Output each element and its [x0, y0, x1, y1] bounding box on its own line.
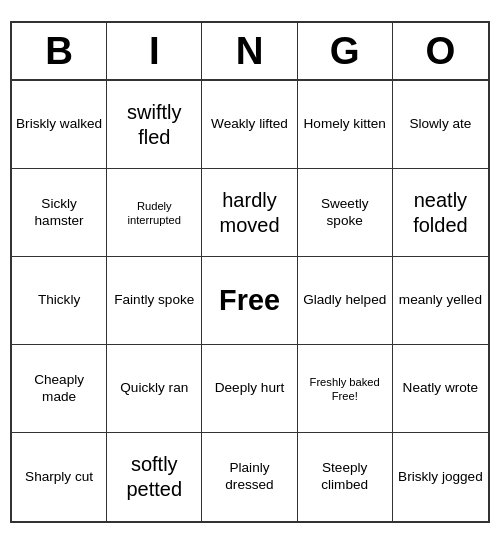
bingo-cell-6: Rudely interrupted — [107, 169, 202, 257]
header-letter-o: O — [393, 23, 488, 79]
bingo-cell-15: Cheaply made — [12, 345, 107, 433]
bingo-cell-2: Weakly lifted — [202, 81, 297, 169]
bingo-card: BINGO Briskly walkedswiftly fledWeakly l… — [10, 21, 490, 523]
bingo-cell-16: Quickly ran — [107, 345, 202, 433]
header-letter-b: B — [12, 23, 107, 79]
bingo-cell-19: Neatly wrote — [393, 345, 488, 433]
bingo-cell-3: Homely kitten — [298, 81, 393, 169]
bingo-header: BINGO — [12, 23, 488, 81]
header-letter-n: N — [202, 23, 297, 79]
bingo-cell-5: Sickly hamster — [12, 169, 107, 257]
bingo-cell-4: Slowly ate — [393, 81, 488, 169]
header-letter-i: I — [107, 23, 202, 79]
bingo-cell-24: Briskly jogged — [393, 433, 488, 521]
bingo-cell-1: swiftly fled — [107, 81, 202, 169]
bingo-cell-7: hardly moved — [202, 169, 297, 257]
bingo-cell-14: meanly yelled — [393, 257, 488, 345]
bingo-cell-13: Gladly helped — [298, 257, 393, 345]
bingo-cell-8: Sweetly spoke — [298, 169, 393, 257]
header-letter-g: G — [298, 23, 393, 79]
bingo-cell-17: Deeply hurt — [202, 345, 297, 433]
bingo-cell-9: neatly folded — [393, 169, 488, 257]
bingo-cell-0: Briskly walked — [12, 81, 107, 169]
bingo-cell-12: Free — [202, 257, 297, 345]
bingo-cell-20: Sharply cut — [12, 433, 107, 521]
bingo-cell-10: Thickly — [12, 257, 107, 345]
bingo-cell-18: Freshly baked Free! — [298, 345, 393, 433]
bingo-grid: Briskly walkedswiftly fledWeakly liftedH… — [12, 81, 488, 521]
bingo-cell-11: Faintly spoke — [107, 257, 202, 345]
bingo-cell-22: Plainly dressed — [202, 433, 297, 521]
bingo-cell-23: Steeply climbed — [298, 433, 393, 521]
bingo-cell-21: softly petted — [107, 433, 202, 521]
